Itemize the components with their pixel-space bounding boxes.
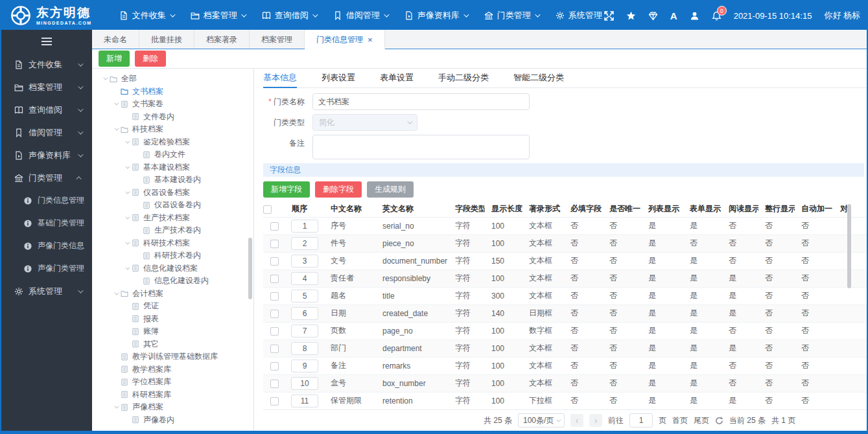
row-checkbox[interactable] <box>270 327 279 336</box>
doc-tab[interactable]: 未命名 <box>92 30 139 49</box>
topnav-query-borrow[interactable]: 查询借阅 <box>262 10 316 21</box>
tree-scrollbar-thumb[interactable] <box>248 238 252 299</box>
sidebar-item-av-library[interactable]: 声像资料库 <box>1 144 92 166</box>
sidebar-item-av-category-manage[interactable]: 声像门类管理 <box>1 257 92 280</box>
select-all-checkbox[interactable] <box>263 205 272 214</box>
tree-item[interactable]: 信息化建设卷内 <box>92 275 253 288</box>
doc-tab[interactable]: 档案著录 <box>194 30 250 49</box>
add-button[interactable]: 新增 <box>99 51 130 67</box>
sidebar-item-borrow-manage[interactable]: 借阅管理 <box>1 121 92 144</box>
user-greeting[interactable]: 你好 杨标 <box>824 10 860 21</box>
tree-item[interactable]: 科研技术卷内 <box>92 249 253 262</box>
tree-item[interactable]: 基本建设档案 <box>92 161 253 174</box>
font-size-icon[interactable]: A <box>670 10 677 21</box>
caret-down-icon[interactable] <box>123 216 130 220</box>
caret-down-icon[interactable] <box>101 77 108 80</box>
order-input[interactable] <box>291 255 318 268</box>
order-input[interactable] <box>291 307 318 320</box>
caret-down-icon[interactable] <box>123 141 130 144</box>
order-input[interactable] <box>291 290 318 303</box>
order-input[interactable] <box>291 325 318 337</box>
gem-icon[interactable] <box>648 11 658 21</box>
table-vscrollbar-thumb[interactable] <box>847 204 851 288</box>
collapse-menu-icon[interactable] <box>1 30 92 53</box>
delete-field-button[interactable]: 删除字段 <box>315 181 362 198</box>
doc-tab[interactable]: 门类信息管理× <box>305 30 385 49</box>
row-checkbox[interactable] <box>270 275 279 283</box>
row-checkbox[interactable] <box>270 240 279 248</box>
detail-tab[interactable]: 基本信息 <box>263 69 297 88</box>
topnav-system-manage[interactable]: 系统管理 <box>556 10 610 21</box>
caret-down-icon[interactable] <box>112 405 119 409</box>
sidebar-item-query-borrow[interactable]: 查询借阅 <box>1 98 92 121</box>
tree-item[interactable]: 基本建设卷内 <box>92 174 253 187</box>
topnav-category-manage[interactable]: 门类管理 <box>484 10 539 21</box>
tree-item[interactable]: 教学训练管理基础数据库 <box>92 350 253 363</box>
order-input[interactable] <box>291 220 318 233</box>
sidebar-item-file-collect[interactable]: 文件收集 <box>1 53 92 76</box>
category-name-input[interactable] <box>312 93 530 110</box>
detail-tab[interactable]: 手动二级分类 <box>438 69 489 88</box>
tree-item[interactable]: 鉴定检验档案 <box>92 136 253 149</box>
tree-item[interactable]: 教学档案库 <box>92 363 253 376</box>
detail-tab[interactable]: 列表设置 <box>322 69 355 88</box>
tree-item[interactable]: 科技档案 <box>92 123 253 136</box>
order-input[interactable] <box>291 360 318 372</box>
favorite-star-icon[interactable] <box>626 11 636 21</box>
fullscreen-icon[interactable] <box>604 11 614 21</box>
page-size-select[interactable]: 100条/页 <box>518 413 565 428</box>
refresh-icon[interactable] <box>715 417 723 425</box>
tree-item[interactable]: 声像档案 <box>92 401 253 414</box>
caret-down-icon[interactable] <box>123 242 130 245</box>
add-field-button[interactable]: 新增字段 <box>263 181 310 198</box>
doc-tab[interactable]: 档案管理 <box>250 30 305 49</box>
next-page-button[interactable]: › <box>589 414 602 427</box>
row-checkbox[interactable] <box>270 257 279 266</box>
topnav-av-library[interactable]: 声像资料库 <box>405 10 467 21</box>
row-checkbox[interactable] <box>270 380 279 388</box>
generate-rule-button[interactable]: 生成规则 <box>367 181 414 198</box>
tree-item[interactable]: 账簿 <box>92 325 253 338</box>
row-checkbox[interactable] <box>270 292 279 301</box>
tree-item[interactable]: 信息化建设档案 <box>92 262 253 275</box>
tree-item[interactable]: 其它 <box>92 338 253 351</box>
delete-button[interactable]: 删除 <box>135 51 166 67</box>
row-checkbox[interactable] <box>270 397 279 405</box>
prev-page-button[interactable]: ‹ <box>570 414 583 427</box>
caret-down-icon[interactable] <box>112 292 119 295</box>
detail-tab[interactable]: 表单设置 <box>380 69 414 88</box>
user-icon[interactable] <box>690 11 699 21</box>
tree-item[interactable]: 声像卷内 <box>92 414 253 427</box>
tree-item[interactable]: 仪器设备卷内 <box>92 199 253 212</box>
sidebar-item-av-category-info[interactable]: 声像门类信息 <box>1 234 92 257</box>
order-input[interactable] <box>291 272 318 285</box>
topnav-borrow-manage[interactable]: 借阅管理 <box>333 10 388 21</box>
doc-tab[interactable]: 批量挂接 <box>139 30 194 49</box>
last-page-link[interactable]: 尾页 <box>694 415 709 426</box>
caret-down-icon[interactable] <box>123 166 130 169</box>
row-checkbox[interactable] <box>270 362 279 371</box>
tree-item[interactable]: 文书档案 <box>92 86 253 98</box>
tree-item[interactable]: 科研档案库 <box>92 389 253 402</box>
caret-down-icon[interactable] <box>112 128 119 131</box>
remark-textarea[interactable] <box>312 135 530 159</box>
tree-item[interactable]: 文件卷内 <box>92 111 253 124</box>
sidebar-item-archive-manage[interactable]: 档案管理 <box>1 76 92 98</box>
row-checkbox[interactable] <box>270 222 279 231</box>
order-input[interactable] <box>291 342 318 355</box>
topnav-archive-manage[interactable]: 档案管理 <box>191 10 245 21</box>
notification-bell-icon[interactable]: 0 <box>712 11 721 21</box>
tree-item[interactable]: 会计档案 <box>92 288 253 301</box>
close-tab-icon[interactable]: × <box>368 36 373 44</box>
page-number-input[interactable] <box>629 413 653 428</box>
first-page-link[interactable]: 首页 <box>672 415 688 426</box>
order-input[interactable] <box>291 237 318 250</box>
tree-item[interactable]: 学位档案库 <box>92 376 253 389</box>
row-checkbox[interactable] <box>270 310 279 318</box>
sidebar-item-category-info-manage[interactable]: 门类信息管理 <box>1 189 92 212</box>
sidebar-item-system-manage[interactable]: 系统管理 <box>1 280 92 303</box>
tree-item[interactable]: 报表 <box>92 313 253 326</box>
tree-item[interactable]: 科研技术档案 <box>92 237 253 250</box>
tree-item[interactable]: 全部 <box>92 73 253 86</box>
category-type-select[interactable]: 简化 <box>312 114 417 131</box>
